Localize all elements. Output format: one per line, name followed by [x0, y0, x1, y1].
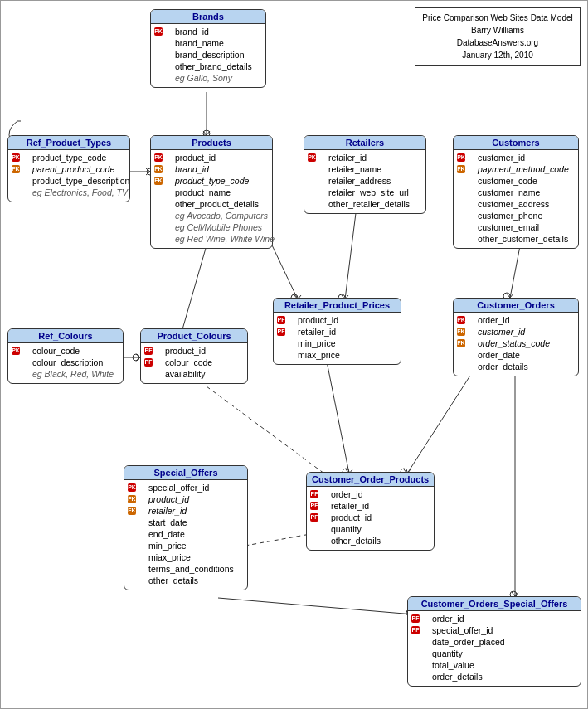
products-field-0: PK product_id: [154, 152, 269, 163]
retailers-field-2: retailer_address: [308, 175, 422, 187]
customer-order-products-table: Customer_Order_Products PF order_id PF r…: [306, 472, 435, 551]
customers-field-3: customer_name: [457, 187, 575, 198]
retailers-field-3: retailer_web_site_url: [308, 187, 422, 198]
rc-field-2: eg Black, Red, White: [12, 368, 119, 380]
customers-table: Customers PK customer_id FK payment_meth…: [453, 135, 579, 249]
rc-body: PK colour_code colour_description eg Bla…: [8, 343, 123, 383]
product-colours-table: Product_Colours PF product_id PF colour_…: [140, 328, 248, 384]
so-field-4: end_date: [128, 528, 244, 540]
rpt-field-0: PK product_type_code: [12, 152, 126, 163]
brands-field-3: other_brand_details: [154, 61, 262, 72]
customers-body: PK customer_id FK payment_method_code cu…: [454, 150, 578, 248]
rpp-field-0: PF product_id: [277, 314, 397, 326]
info-website: DatabaseAnswers.org: [422, 36, 573, 49]
co-header: Customer_Orders: [454, 299, 578, 313]
retailers-body: PK retailer_id retailer_name retailer_ad…: [304, 150, 425, 213]
products-header: Products: [151, 136, 272, 150]
so-field-5: min_price: [128, 540, 244, 551]
brands-field-1: brand_name: [154, 37, 262, 49]
rpt-body: PK product_type_code FK parent_product_c…: [8, 150, 129, 202]
special-offers-table: Special_Offers PK special_offer_id FK pr…: [124, 465, 248, 590]
cop-field-2: PF product_id: [310, 512, 430, 523]
customers-field-6: customer_email: [457, 221, 575, 233]
info-title: Price Comparison Web Sites Data Model: [422, 12, 573, 24]
customer-orders-table: Customer_Orders PK order_id FK customer_…: [453, 298, 579, 376]
customers-field-4: customer_address: [457, 198, 575, 210]
products-table: Products PK product_id FK brand_id FK pr…: [150, 135, 273, 249]
cop-field-0: PF order_id: [310, 488, 430, 500]
pc-body: PF product_id PF colour_code availabilit…: [141, 343, 247, 383]
coso-header: Customer_Orders_Special_Offers: [408, 597, 581, 611]
so-field-0: PK special_offer_id: [128, 482, 244, 493]
coso-field-5: order_details: [411, 671, 577, 682]
rpp-field-1: PF retailer_id: [277, 326, 397, 338]
brands-field-4: eg Gallo, Sony: [154, 72, 262, 84]
rc-field-1: colour_description: [12, 357, 119, 368]
products-field-2: FK product_type_code: [154, 175, 269, 187]
customers-field-2: customer_code: [457, 175, 575, 187]
retailers-field-0: PK retailer_id: [308, 152, 422, 163]
retailers-field-4: other_retailer_details: [308, 198, 422, 210]
products-field-4: other_product_details: [154, 198, 269, 210]
brands-table: Brands PK brand_id brand_name brand_desc…: [150, 9, 266, 88]
co-field-0: PK order_id: [457, 314, 575, 326]
rpp-header: Retailer_Product_Prices: [274, 299, 401, 313]
brands-body: PK brand_id brand_name brand_description…: [151, 24, 265, 87]
products-field-7: eg Red Wine, White Wine: [154, 233, 269, 245]
products-body: PK product_id FK brand_id FK product_typ…: [151, 150, 272, 248]
rpt-field-2: product_type_description: [12, 175, 126, 187]
so-field-2: FK retailer_id: [128, 505, 244, 517]
pc-field-0: PF product_id: [144, 345, 244, 357]
so-field-8: other_details: [128, 575, 244, 586]
co-body: PK order_id FK customer_id FK order_stat…: [454, 313, 578, 376]
cop-body: PF order_id PF retailer_id PF product_id…: [307, 487, 434, 550]
info-box: Price Comparison Web Sites Data Model Ba…: [415, 7, 581, 66]
svg-line-25: [324, 349, 349, 473]
brands-header: Brands: [151, 10, 265, 24]
rpt-field-3: eg Electronics, Food, TV: [12, 187, 126, 198]
svg-line-24: [207, 386, 324, 473]
cop-header: Customer_Order_Products: [307, 473, 434, 487]
diagram-container: Price Comparison Web Sites Data Model Ba…: [0, 0, 588, 709]
pc-field-2: availability: [144, 368, 244, 380]
rpp-body: PF product_id PF retailer_id min_price m…: [274, 313, 401, 364]
retailers-header: Retailers: [304, 136, 425, 150]
cop-field-1: PF retailer_id: [310, 500, 430, 512]
brands-field-2: brand_description: [154, 49, 262, 61]
rc-field-0: PK colour_code: [12, 345, 119, 357]
cop-field-4: other_details: [310, 535, 430, 546]
rpt-field-1: FK parent_product_code: [12, 163, 126, 175]
so-field-6: miax_price: [128, 551, 244, 563]
cop-field-3: quantity: [310, 523, 430, 535]
rpp-field-2: min_price: [277, 338, 397, 349]
pc-header: Product_Colours: [141, 329, 247, 343]
coso-field-3: quantity: [411, 648, 577, 659]
so-header: Special_Offers: [124, 466, 247, 480]
rpp-field-3: miax_price: [277, 349, 397, 361]
info-date: January 12th, 2010: [422, 49, 573, 61]
coso-field-2: date_order_placed: [411, 636, 577, 648]
coso-field-4: total_value: [411, 659, 577, 671]
info-author: Barry Williams: [422, 24, 573, 36]
svg-line-34: [218, 598, 414, 614]
products-field-5: eg Avocado, Computers: [154, 210, 269, 221]
coso-body: PF order_id PF special_offer_id date_ord…: [408, 611, 581, 686]
customers-field-0: PK customer_id: [457, 152, 575, 163]
rc-header: Ref_Colours: [8, 329, 123, 343]
co-field-3: order_date: [457, 349, 575, 361]
so-body: PK special_offer_id FK product_id FK ret…: [124, 480, 247, 590]
products-field-3: product_name: [154, 187, 269, 198]
rpt-header: Ref_Product_Types: [8, 136, 129, 150]
customers-header: Customers: [454, 136, 578, 150]
retailers-table: Retailers PK retailer_id retailer_name r…: [304, 135, 426, 214]
svg-line-12: [345, 200, 357, 299]
ref-product-types-table: Ref_Product_Types PK product_type_code F…: [7, 135, 130, 202]
coso-field-0: PF order_id: [411, 613, 577, 624]
pc-field-1: PF colour_code: [144, 357, 244, 368]
ref-colours-table: Ref_Colours PK colour_code colour_descri…: [7, 328, 124, 384]
co-field-4: order_details: [457, 361, 575, 372]
retailers-field-1: retailer_name: [308, 163, 422, 175]
so-field-7: terms_and_conditions: [128, 563, 244, 575]
customers-field-1: FK payment_method_code: [457, 163, 575, 175]
svg-line-21: [179, 245, 207, 341]
